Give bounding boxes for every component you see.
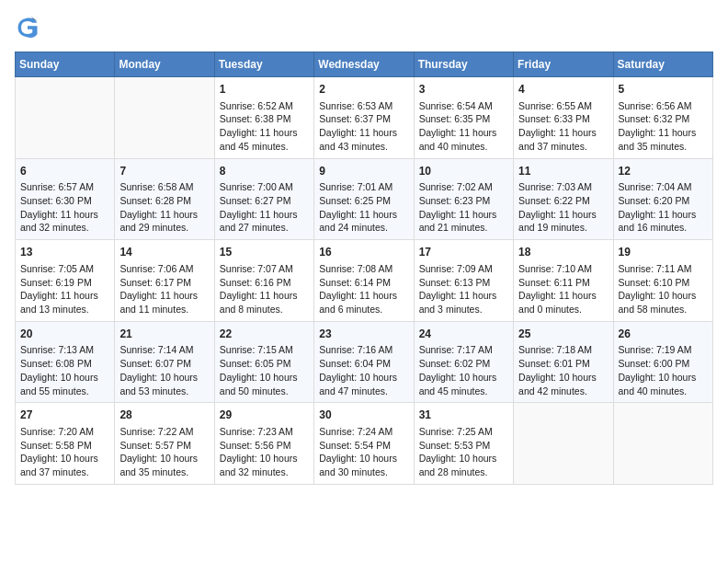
calendar-week-2: 6Sunrise: 6:57 AMSunset: 6:30 PMDaylight… xyxy=(16,158,713,240)
day-info: Daylight: 10 hours and 30 minutes. xyxy=(319,452,408,478)
day-info: Sunset: 6:10 PM xyxy=(619,276,708,290)
calendar-cell: 24Sunrise: 7:17 AMSunset: 6:02 PMDayligh… xyxy=(414,321,513,403)
day-info: Sunrise: 7:18 AM xyxy=(518,343,608,357)
day-number: 22 xyxy=(220,327,309,342)
day-info: Sunset: 5:58 PM xyxy=(20,439,109,453)
day-info: Sunrise: 6:57 AM xyxy=(20,180,109,194)
calendar-cell: 14Sunrise: 7:06 AMSunset: 6:17 PMDayligh… xyxy=(115,240,214,322)
day-info: Sunset: 6:07 PM xyxy=(119,357,209,371)
day-info: Sunrise: 7:00 AM xyxy=(220,180,309,194)
weekday-header-saturday: Saturday xyxy=(613,52,712,77)
day-info: Sunset: 6:27 PM xyxy=(220,194,309,208)
day-info: Sunrise: 7:15 AM xyxy=(220,343,309,357)
day-info: Daylight: 11 hours and 32 minutes. xyxy=(20,208,109,235)
day-info: Sunrise: 7:24 AM xyxy=(319,425,408,439)
day-number: 25 xyxy=(518,327,608,342)
weekday-header-monday: Monday xyxy=(115,52,214,77)
day-info: Daylight: 10 hours and 45 minutes. xyxy=(419,371,508,397)
day-number: 12 xyxy=(619,164,708,179)
day-info: Sunset: 6:32 PM xyxy=(619,112,708,126)
calendar-cell: 20Sunrise: 7:13 AMSunset: 6:08 PMDayligh… xyxy=(16,321,115,403)
day-number: 20 xyxy=(20,327,109,342)
calendar-cell: 15Sunrise: 7:07 AMSunset: 6:16 PMDayligh… xyxy=(214,240,313,322)
calendar-cell: 23Sunrise: 7:16 AMSunset: 6:04 PMDayligh… xyxy=(314,321,414,403)
logo-icon xyxy=(15,15,40,40)
day-info: Sunrise: 7:05 AM xyxy=(20,262,109,276)
day-info: Sunset: 6:19 PM xyxy=(20,276,109,290)
weekday-header-sunday: Sunday xyxy=(16,52,115,77)
calendar-week-1: 1Sunrise: 6:52 AMSunset: 6:38 PMDaylight… xyxy=(16,77,713,159)
day-info: Daylight: 11 hours and 16 minutes. xyxy=(619,208,708,235)
day-info: Sunrise: 7:08 AM xyxy=(319,262,408,276)
calendar-cell: 28Sunrise: 7:22 AMSunset: 5:57 PMDayligh… xyxy=(115,403,214,485)
day-number: 18 xyxy=(518,245,608,260)
day-number: 10 xyxy=(419,164,508,179)
day-info: Daylight: 11 hours and 8 minutes. xyxy=(220,289,309,316)
day-info: Sunset: 6:23 PM xyxy=(419,194,508,208)
day-info: Sunrise: 7:06 AM xyxy=(119,262,209,276)
day-info: Sunset: 5:54 PM xyxy=(319,439,408,453)
day-info: Daylight: 10 hours and 58 minutes. xyxy=(619,289,708,316)
calendar-week-3: 13Sunrise: 7:05 AMSunset: 6:19 PMDayligh… xyxy=(16,240,713,322)
calendar-header: SundayMondayTuesdayWednesdayThursdayFrid… xyxy=(16,52,713,77)
day-number: 19 xyxy=(619,245,708,260)
calendar-cell: 22Sunrise: 7:15 AMSunset: 6:05 PMDayligh… xyxy=(214,321,313,403)
day-info: Sunrise: 7:11 AM xyxy=(619,262,708,276)
day-info: Sunrise: 7:09 AM xyxy=(419,262,508,276)
calendar-cell: 27Sunrise: 7:20 AMSunset: 5:58 PMDayligh… xyxy=(16,403,115,485)
day-info: Sunrise: 7:02 AM xyxy=(419,180,508,194)
day-info: Daylight: 11 hours and 6 minutes. xyxy=(319,289,408,316)
day-info: Daylight: 10 hours and 42 minutes. xyxy=(518,371,608,397)
day-info: Daylight: 11 hours and 19 minutes. xyxy=(518,208,608,235)
calendar-week-4: 20Sunrise: 7:13 AMSunset: 6:08 PMDayligh… xyxy=(16,321,713,403)
day-number: 30 xyxy=(319,408,408,423)
day-number: 28 xyxy=(119,408,209,423)
day-info: Daylight: 11 hours and 29 minutes. xyxy=(119,208,209,235)
day-info: Sunrise: 7:25 AM xyxy=(419,425,508,439)
day-number: 4 xyxy=(518,82,608,98)
day-info: Sunset: 6:28 PM xyxy=(119,194,209,208)
calendar-cell: 1Sunrise: 6:52 AMSunset: 6:38 PMDaylight… xyxy=(214,77,313,159)
day-info: Sunrise: 7:01 AM xyxy=(319,180,408,194)
day-info: Sunset: 6:14 PM xyxy=(319,276,408,290)
calendar-cell: 7Sunrise: 6:58 AMSunset: 6:28 PMDaylight… xyxy=(115,158,214,240)
calendar-cell: 29Sunrise: 7:23 AMSunset: 5:56 PMDayligh… xyxy=(214,403,313,485)
day-number: 7 xyxy=(119,164,209,179)
day-info: Daylight: 11 hours and 21 minutes. xyxy=(419,208,508,235)
day-number: 5 xyxy=(619,82,708,98)
day-info: Sunset: 6:35 PM xyxy=(419,112,508,126)
weekday-header-thursday: Thursday xyxy=(414,52,513,77)
day-info: Sunset: 6:38 PM xyxy=(220,112,309,126)
day-info: Sunset: 5:56 PM xyxy=(220,439,309,453)
day-info: Sunset: 5:53 PM xyxy=(419,439,508,453)
weekday-header-friday: Friday xyxy=(514,52,613,77)
day-info: Daylight: 11 hours and 43 minutes. xyxy=(319,126,408,153)
day-number: 31 xyxy=(419,408,508,423)
calendar-cell xyxy=(115,77,214,159)
day-info: Daylight: 11 hours and 11 minutes. xyxy=(119,289,209,316)
day-info: Sunset: 6:13 PM xyxy=(419,276,508,290)
calendar-cell: 2Sunrise: 6:53 AMSunset: 6:37 PMDaylight… xyxy=(314,77,414,159)
day-number: 17 xyxy=(419,245,508,260)
day-info: Sunrise: 7:22 AM xyxy=(119,425,209,439)
day-info: Sunrise: 7:13 AM xyxy=(20,343,109,357)
day-number: 24 xyxy=(419,327,508,342)
calendar-cell: 3Sunrise: 6:54 AMSunset: 6:35 PMDaylight… xyxy=(414,77,513,159)
day-number: 9 xyxy=(319,164,408,179)
day-info: Daylight: 10 hours and 32 minutes. xyxy=(220,452,309,478)
calendar-cell xyxy=(613,403,712,485)
calendar-cell: 11Sunrise: 7:03 AMSunset: 6:22 PMDayligh… xyxy=(514,158,613,240)
calendar-cell: 18Sunrise: 7:10 AMSunset: 6:11 PMDayligh… xyxy=(514,240,613,322)
day-info: Sunset: 6:37 PM xyxy=(319,112,408,126)
day-info: Daylight: 10 hours and 35 minutes. xyxy=(119,452,209,478)
day-info: Sunrise: 7:14 AM xyxy=(119,343,209,357)
calendar-cell: 6Sunrise: 6:57 AMSunset: 6:30 PMDaylight… xyxy=(16,158,115,240)
day-info: Sunrise: 7:17 AM xyxy=(419,343,508,357)
day-number: 1 xyxy=(220,82,309,98)
day-info: Daylight: 11 hours and 35 minutes. xyxy=(619,126,708,153)
day-number: 11 xyxy=(518,164,608,179)
day-info: Daylight: 10 hours and 28 minutes. xyxy=(419,452,508,478)
day-info: Sunrise: 6:53 AM xyxy=(319,99,408,113)
day-info: Daylight: 11 hours and 27 minutes. xyxy=(220,208,309,235)
day-number: 6 xyxy=(20,164,109,179)
